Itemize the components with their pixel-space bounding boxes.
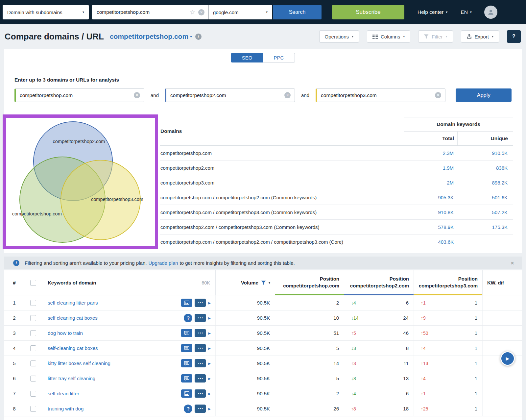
- keyword-link[interactable]: self cleaning litter pans: [48, 300, 98, 306]
- search-button[interactable]: Search: [273, 5, 322, 19]
- domain-2-field[interactable]: [170, 92, 284, 98]
- column-header-kw-diff[interactable]: KW. dif: [482, 270, 522, 295]
- expand-row-icon[interactable]: ▸: [208, 315, 211, 321]
- unique-keywords-link[interactable]: 175.3K: [457, 220, 513, 234]
- close-icon[interactable]: ×: [511, 260, 514, 266]
- serp-feature-icon[interactable]: ?: [181, 389, 192, 398]
- unique-keywords-link[interactable]: 501.6K: [457, 190, 513, 205]
- column-header-keywords[interactable]: Keywords of domain 60K: [42, 270, 215, 295]
- expand-row-icon[interactable]: ▸: [208, 345, 211, 351]
- row-checkbox[interactable]: [30, 391, 36, 397]
- more-options-button[interactable]: •••: [195, 329, 206, 337]
- language-menu[interactable]: EN ▾: [461, 9, 472, 15]
- keyword-row: 4 self-cleaning cat boxes ? ••• ▸ 90.5K …: [4, 341, 522, 356]
- more-options-button[interactable]: •••: [195, 374, 206, 383]
- columns-button[interactable]: Columns ▾: [367, 30, 410, 43]
- expand-row-icon[interactable]: ▸: [208, 330, 211, 336]
- more-options-button[interactable]: •••: [195, 405, 206, 413]
- serp-feature-icon[interactable]: ?: [181, 344, 192, 352]
- row-checkbox[interactable]: [30, 315, 36, 321]
- tab-seo[interactable]: SEO: [231, 53, 263, 62]
- column-header-position-2[interactable]: Position competitorpetshop2.com: [344, 270, 414, 295]
- subscribe-button[interactable]: Subscribe: [332, 5, 404, 19]
- help-button[interactable]: ?: [507, 30, 521, 43]
- upgrade-plan-link[interactable]: Upgrade plan: [148, 260, 178, 266]
- clear-search-icon[interactable]: ×: [198, 9, 204, 15]
- keyword-link[interactable]: self clean litter: [48, 391, 79, 396]
- clear-icon[interactable]: ×: [435, 92, 441, 98]
- row-checkbox[interactable]: [30, 360, 36, 366]
- filter-button[interactable]: Filter ▾: [418, 30, 453, 43]
- favorite-star-icon[interactable]: ☆: [190, 8, 196, 16]
- row-checkbox[interactable]: [30, 406, 36, 412]
- apply-button[interactable]: Apply: [456, 88, 512, 102]
- expand-row-icon[interactable]: ▸: [208, 376, 211, 382]
- total-keywords-link[interactable]: 2.3M: [404, 146, 457, 160]
- row-number: 6: [4, 371, 25, 386]
- search-mode-select[interactable]: Domain with subdomains ▾: [3, 5, 89, 19]
- keyword-link[interactable]: self cleaning cat boxes: [48, 315, 98, 321]
- clear-icon[interactable]: ×: [134, 92, 140, 98]
- more-options-button[interactable]: •••: [195, 389, 206, 398]
- position-2-cell: ↓4 6: [344, 295, 414, 310]
- row-checkbox[interactable]: [30, 345, 36, 351]
- position-change: ↑8: [351, 406, 356, 411]
- help-center-menu[interactable]: Help center ▾: [418, 9, 447, 15]
- expand-row-icon[interactable]: ▸: [208, 360, 211, 366]
- search-input[interactable]: [97, 9, 187, 15]
- column-header-position-1[interactable]: Position competitorpetshop.com: [275, 270, 344, 295]
- keyword-link[interactable]: litter tray self cleaning: [48, 376, 95, 381]
- unique-keywords-link[interactable]: 898.2K: [457, 175, 513, 190]
- clear-icon[interactable]: ×: [284, 92, 291, 98]
- serp-feature-icon[interactable]: ?: [181, 359, 192, 367]
- avatar[interactable]: [484, 6, 497, 19]
- serp-feature-icon[interactable]: ?: [181, 329, 192, 337]
- row-checkbox[interactable]: [30, 330, 36, 336]
- unique-keywords-link[interactable]: 838K: [457, 161, 513, 175]
- select-all-checkbox[interactable]: [30, 280, 36, 286]
- selected-domain-link[interactable]: competitorpetshop.com ▾: [110, 33, 192, 40]
- volume-filter-icon[interactable]: [261, 281, 266, 285]
- more-options-button[interactable]: •••: [195, 359, 206, 367]
- chevron-down-icon: ▾: [446, 35, 447, 38]
- column-header-position-3[interactable]: Position competitorpetshop3.com: [414, 270, 482, 295]
- export-button[interactable]: Export ▾: [461, 30, 499, 43]
- unique-keywords-link[interactable]: 910.5K: [457, 146, 513, 160]
- total-keywords-link[interactable]: 2M: [404, 175, 457, 190]
- serp-feature-icon[interactable]: ?: [184, 314, 192, 322]
- kw-diff-cell: [482, 371, 522, 386]
- column-header-number: #: [4, 270, 25, 295]
- serp-feature-icon[interactable]: ?: [181, 299, 192, 307]
- more-options-button[interactable]: •••: [195, 314, 206, 322]
- info-icon[interactable]: i: [195, 34, 202, 40]
- total-keywords-link[interactable]: 1.9M: [404, 161, 457, 175]
- expand-row-icon[interactable]: ▸: [208, 300, 211, 306]
- keyword-link[interactable]: kitty litter boxes self cleaning: [48, 360, 110, 366]
- total-keywords-link[interactable]: 403.6K: [404, 235, 457, 249]
- total-keywords-link[interactable]: 905.3K: [404, 190, 457, 205]
- domain-1-field[interactable]: [20, 92, 134, 98]
- total-keywords-link[interactable]: 910.8K: [404, 205, 457, 219]
- expand-row-icon[interactable]: ▸: [208, 406, 211, 412]
- keywords-count: 60K: [202, 280, 215, 285]
- more-options-button[interactable]: •••: [195, 299, 206, 307]
- serp-feature-icon[interactable]: ?: [184, 405, 192, 413]
- keyword-link[interactable]: dog how to train: [48, 330, 83, 336]
- unique-keywords-link[interactable]: 507.2K: [457, 205, 513, 219]
- more-options-button[interactable]: •••: [195, 344, 206, 352]
- row-checkbox[interactable]: [30, 300, 36, 306]
- unique-keywords-link[interactable]: [457, 235, 513, 249]
- column-header-volume[interactable]: Volume ▾: [215, 270, 275, 295]
- domain-3-field[interactable]: [321, 92, 435, 98]
- search-engine-select[interactable]: google.com ▾: [208, 5, 272, 19]
- total-keywords-link[interactable]: 578.9K: [404, 220, 457, 234]
- operations-button[interactable]: Operations ▾: [319, 30, 359, 43]
- scroll-right-button[interactable]: ▶: [500, 351, 515, 366]
- serp-feature-icon[interactable]: ?: [181, 374, 192, 383]
- keyword-link[interactable]: self-cleaning cat boxes: [48, 345, 98, 351]
- expand-row-icon[interactable]: ▸: [208, 391, 211, 397]
- tab-ppc[interactable]: PPC: [263, 53, 295, 62]
- keyword-link[interactable]: training with dog: [48, 406, 84, 411]
- domain-input-1: ×: [14, 88, 144, 102]
- row-checkbox[interactable]: [30, 376, 36, 382]
